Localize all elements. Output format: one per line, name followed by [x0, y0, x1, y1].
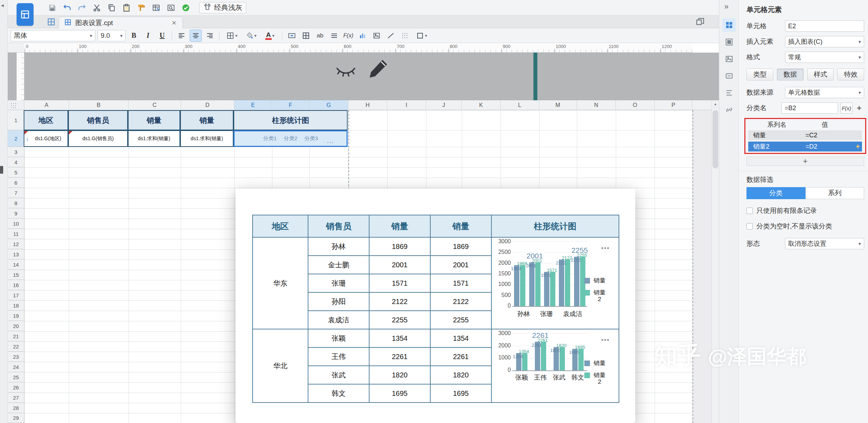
row-header-16[interactable]: 16: [8, 280, 24, 290]
series-row-销量2[interactable]: 销量2=D2+: [748, 142, 862, 151]
search-cell-icon[interactable]: [165, 2, 177, 14]
row-header-26[interactable]: 26: [8, 382, 24, 393]
cell-B2[interactable]: ds1.G(销售员): [68, 130, 128, 147]
image-element-icon[interactable]: [722, 52, 736, 66]
data-source-select[interactable]: 单元格数据▾: [785, 87, 864, 98]
undo-icon[interactable]: [61, 2, 73, 14]
row-header-8[interactable]: 8: [8, 198, 24, 208]
float-element-icon[interactable]: [722, 35, 736, 49]
row-header-13[interactable]: 13: [8, 249, 24, 260]
add-series-button[interactable]: +: [746, 157, 864, 166]
align-left-icon[interactable]: [176, 30, 188, 42]
row-header-5[interactable]: 5: [8, 167, 24, 178]
column-header-I[interactable]: I: [387, 100, 426, 110]
row-header-15[interactable]: 15: [8, 270, 24, 280]
merge-cells-icon[interactable]: [286, 30, 298, 42]
italic-icon[interactable]: I: [142, 30, 154, 42]
panel-tab-样式[interactable]: 样式: [807, 68, 834, 81]
window-switch-icon[interactable]: [696, 17, 705, 26]
row-header-27[interactable]: 27: [8, 393, 24, 403]
distribute-lines-icon[interactable]: [328, 30, 340, 42]
column-header-M[interactable]: M: [539, 100, 577, 110]
collapse-left-icon[interactable]: ◂: [1, 2, 4, 8]
cell-menu-icon[interactable]: ⋯: [327, 138, 335, 147]
cell-D1[interactable]: 销量: [180, 110, 234, 130]
save-icon[interactable]: [46, 2, 59, 14]
row-header-29[interactable]: 29: [8, 413, 24, 423]
row-header-11[interactable]: 11: [8, 229, 24, 239]
font-color-icon[interactable]: A▾: [261, 30, 278, 42]
row-header-19[interactable]: 19: [8, 311, 24, 321]
row-header-9[interactable]: 9: [8, 208, 24, 219]
scrollbar-thumb[interactable]: [713, 110, 718, 168]
add-category-button[interactable]: +: [854, 102, 864, 114]
panel-tab-类型[interactable]: 类型: [746, 68, 773, 81]
cell-ref-input[interactable]: E2: [785, 20, 864, 32]
chart-icon[interactable]: [356, 30, 368, 42]
format-painter-icon[interactable]: [135, 2, 148, 14]
column-header-C[interactable]: C: [129, 100, 181, 110]
app-logo[interactable]: [17, 3, 34, 26]
underline-icon[interactable]: U: [156, 30, 168, 42]
row-header-12[interactable]: 12: [8, 239, 24, 249]
panel-tab-特效[interactable]: 特效: [837, 68, 864, 81]
column-header-J[interactable]: J: [426, 100, 462, 110]
template-grid-icon[interactable]: [47, 17, 56, 26]
cell-C1[interactable]: 销量: [128, 110, 180, 130]
image-icon[interactable]: [371, 30, 383, 42]
cut-icon[interactable]: [90, 2, 103, 14]
column-header-D[interactable]: D: [181, 100, 234, 110]
table-grid-icon[interactable]: [300, 30, 312, 42]
series-row-销量[interactable]: 销量=C2: [748, 130, 862, 140]
cell-D2[interactable]: ds1.求和(销量): [180, 130, 234, 147]
chart-menu-icon[interactable]: ⋯: [601, 338, 610, 342]
collapse-panel-icon[interactable]: »: [724, 2, 728, 11]
cell-E2-G2-selected[interactable]: 分类1 分类2 分类3 ⋯: [234, 130, 348, 147]
checkbox-hide-empty-category[interactable]: 分类为空时,不显示该分类: [746, 222, 832, 231]
row-header-6[interactable]: 6: [8, 178, 24, 188]
cell-C2[interactable]: ds1.求和(销量): [128, 130, 180, 147]
column-header-G[interactable]: G: [309, 100, 348, 110]
row-header-18[interactable]: 18: [8, 300, 24, 311]
category-formula-input[interactable]: =B2: [781, 102, 838, 114]
cell-E1-G1-merged[interactable]: 柱形统计图: [234, 110, 348, 130]
font-size-select[interactable]: 9.0▾: [98, 30, 126, 41]
tab-chart-settings[interactable]: 图表设置.cpt ×: [59, 17, 183, 29]
row-header-23[interactable]: 23: [8, 352, 24, 362]
cell-B1[interactable]: 销售员: [68, 110, 128, 130]
hyperlink-icon[interactable]: [722, 103, 736, 117]
row-header-4[interactable]: 4: [8, 157, 24, 167]
select-all-corner[interactable]: [8, 100, 24, 110]
align-right-icon[interactable]: [204, 30, 216, 42]
dot-grid-icon[interactable]: [399, 30, 411, 42]
copy-icon[interactable]: [105, 2, 118, 14]
splitter-handle[interactable]: [0, 166, 3, 174]
column-header-H[interactable]: H: [348, 100, 387, 110]
validate-icon[interactable]: [179, 2, 192, 14]
cell-element-icon[interactable]: [722, 18, 736, 32]
tab-close-icon[interactable]: ×: [170, 19, 178, 27]
line-icon[interactable]: [385, 30, 397, 42]
condition-icon[interactable]: [722, 86, 736, 100]
column-header-N[interactable]: N: [577, 100, 616, 110]
border-grid-icon[interactable]: ▾: [223, 30, 240, 42]
row-header-2[interactable]: 2: [8, 130, 24, 147]
column-header-F[interactable]: F: [272, 100, 309, 110]
checkbox-limit-records[interactable]: 只使用前有限条记录: [746, 206, 817, 215]
column-header-L[interactable]: L: [501, 100, 539, 110]
row-header-1[interactable]: 1: [8, 110, 24, 130]
row-header-7[interactable]: 7: [8, 188, 24, 198]
chart-menu-icon[interactable]: ⋯: [601, 246, 610, 250]
border-box-icon[interactable]: ▾: [413, 30, 430, 42]
row-header-14[interactable]: 14: [8, 260, 24, 270]
align-center-icon[interactable]: [190, 30, 202, 42]
widget-icon[interactable]: [722, 69, 736, 83]
row-header-20[interactable]: 20: [8, 321, 24, 331]
row-header-21[interactable]: 21: [8, 331, 24, 341]
column-header-P[interactable]: P: [655, 100, 692, 110]
series-add-icon[interactable]: +: [856, 143, 860, 151]
column-header-A[interactable]: A: [24, 100, 69, 110]
font-family-select[interactable]: 黑体▾: [11, 30, 95, 41]
text-ab-icon[interactable]: ab: [314, 30, 326, 42]
paste-icon[interactable]: [120, 2, 133, 14]
